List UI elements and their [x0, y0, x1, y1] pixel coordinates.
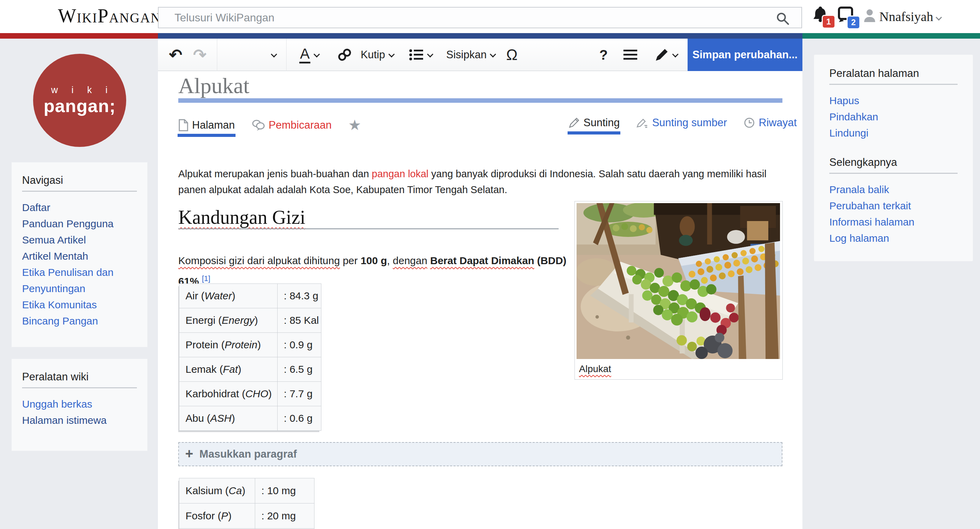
text-segment: Komposisi gizi dari alpukat dihitung — [178, 255, 340, 266]
sidebar-link[interactable]: Panduan Pengguna — [22, 215, 137, 232]
editor-toolbar: ↶ ↷ A Kutip Sisipkan — [158, 38, 802, 71]
sidebar-link[interactable]: Daftar — [22, 199, 137, 215]
search-icon[interactable] — [776, 12, 790, 27]
page-icon — [178, 119, 189, 131]
nutrient-label-cell[interactable]: Protein (Protein) — [179, 333, 278, 357]
special-character-button[interactable]: Ω — [506, 38, 518, 71]
nutrient-label-cell[interactable]: Fosfor (P) — [179, 504, 255, 529]
search-input[interactable] — [174, 10, 761, 25]
toolbar-separator — [217, 38, 217, 71]
paragraph-format-dropdown[interactable] — [227, 38, 286, 71]
watch-star-icon[interactable]: ★ — [348, 116, 361, 139]
nutrient-value-cell[interactable]: : 0.9 g — [278, 333, 321, 357]
link-icon — [336, 47, 353, 63]
link-button[interactable] — [336, 38, 353, 71]
wiki-logo[interactable]: w i k i pangan; — [33, 54, 126, 147]
sidebar-link[interactable]: Unggah berkas — [22, 396, 137, 412]
list-format-dropdown[interactable] — [409, 38, 433, 71]
page-title: Alpukat — [178, 73, 249, 99]
red-link[interactable]: pangan lokal — [372, 168, 428, 179]
title-divider-bar — [178, 98, 783, 103]
sidebar-link[interactable]: Log halaman — [829, 230, 958, 246]
messages-count-badge[interactable]: 2 — [848, 16, 859, 28]
article-figure[interactable]: Alpukat — [574, 201, 783, 380]
alerts-count-badge[interactable]: 1 — [823, 16, 834, 27]
help-button[interactable]: ? — [599, 38, 608, 71]
article-image[interactable] — [577, 203, 780, 359]
nutrient-label-cell[interactable]: Lemak (Fat) — [179, 357, 278, 382]
insert-paragraph-button[interactable]: + Masukkan paragraf — [178, 442, 783, 466]
nutrition-table-minerals[interactable]: Kalsium (Ca): 10 mgFosfor (P): 20 mg — [179, 478, 315, 529]
reference-link[interactable]: [1] — [202, 274, 210, 283]
sidebar-link[interactable]: Pranala balik — [829, 182, 958, 198]
undo-button[interactable]: ↶ — [169, 38, 182, 71]
tab-halaman[interactable]: Halaman — [178, 119, 235, 137]
bullet-list-icon — [409, 48, 424, 62]
panel-section-title: Navigasi — [22, 174, 137, 191]
nutrient-value-cell[interactable]: : 7.7 g — [278, 382, 321, 406]
nutrient-label-cell[interactable]: Energi (Energy) — [179, 308, 278, 333]
divider — [22, 387, 137, 388]
user-avatar-icon — [863, 8, 877, 25]
username-menu[interactable]: Nnafsiyah — [879, 9, 933, 24]
redo-button[interactable]: ↷ — [193, 38, 207, 71]
nutrient-value-cell[interactable]: : 10 mg — [255, 478, 315, 504]
sidebar-link[interactable]: Pindahkan — [829, 108, 958, 125]
chevron-down-icon — [388, 51, 395, 57]
sidebar-link[interactable]: Halaman istimewa — [22, 412, 137, 428]
wikipangan-editor-page: WikiPangan 1 2 — [0, 0, 980, 529]
chevron-down-icon — [427, 51, 433, 57]
nutrition-table-macro[interactable]: Air (Water): 84.3 gEnergi (Energy): 85 K… — [179, 284, 321, 431]
text-segment: Berat Dapat Dimakan — [430, 255, 534, 266]
save-changes-button[interactable]: Simpan perubahan... — [687, 38, 802, 71]
sidebar-link[interactable]: Artikel Mentah — [22, 248, 137, 264]
panel-section-title: Peralatan halaman — [829, 67, 958, 84]
user-menu-chevron-icon[interactable] — [935, 14, 942, 20]
sidebar-link[interactable]: Etika Komunitas — [22, 296, 137, 313]
sidebar-link[interactable]: Hapus — [829, 92, 958, 108]
wiki-logo-text-top: w i k i — [51, 85, 113, 96]
nutrient-label-cell[interactable]: Kalsium (Ca) — [179, 478, 255, 504]
history-clock-icon — [743, 117, 755, 129]
navigation-links: DaftarPanduan PenggunaSemua ArtikelArtik… — [22, 199, 137, 329]
text-segment — [534, 255, 537, 266]
text-segment: Alpukat merupakan jenis buah-buahan dan — [178, 168, 372, 179]
tab-sunting-sumber[interactable]: Sunting sumber — [636, 116, 727, 134]
divider — [22, 191, 137, 192]
nutrient-label-cell[interactable]: Air (Water) — [179, 284, 278, 308]
editing-mode-switch[interactable] — [654, 38, 678, 71]
redo-icon: ↷ — [193, 46, 207, 64]
sidebar-link[interactable]: Bincang Pangan — [22, 313, 137, 329]
search-box — [158, 7, 802, 28]
nutrition-row: Abu (ASH): 0.6 g — [179, 406, 321, 431]
panel-section-title: Selengkapnya — [829, 156, 958, 173]
intro-paragraph[interactable]: Alpukat merupakan jenis buah-buahan dan … — [178, 166, 785, 198]
nutrient-value-cell[interactable]: : 84.3 g — [278, 284, 321, 308]
sidebar-link[interactable]: Lindungi — [829, 125, 958, 141]
wiki-logo-text-bottom: pangan; — [43, 96, 116, 116]
sidebar-link[interactable]: Semua Artikel — [22, 232, 137, 248]
nutrient-value-cell[interactable]: : 0.6 g — [278, 406, 321, 431]
sidebar-link[interactable]: Perubahan terkait — [829, 198, 958, 214]
plus-icon: + — [185, 446, 193, 461]
nutrient-label-cell[interactable]: Karbohidrat (CHO) — [179, 382, 278, 406]
navigation-panel: Navigasi DaftarPanduan PenggunaSemua Art… — [11, 162, 148, 347]
nutrient-label-cell[interactable]: Abu (ASH) — [179, 406, 278, 431]
tab-sunting[interactable]: Sunting — [568, 116, 620, 134]
tab-pembicaraan[interactable]: Pembicaraan — [251, 119, 332, 137]
insert-dropdown[interactable]: Sisipkan — [446, 38, 495, 71]
nutrient-value-cell[interactable]: : 20 mg — [255, 504, 315, 529]
header: WikiPangan 1 2 — [0, 0, 980, 33]
sidebar-link[interactable]: Informasi halaman — [829, 214, 958, 230]
site-logo[interactable]: WikiPangan — [58, 5, 161, 27]
talk-bubbles-icon — [251, 120, 265, 131]
topbar-blue-segment — [158, 33, 802, 38]
text-segment: 100 g — [361, 255, 387, 266]
sidebar-link[interactable]: Etika Penulisan dan Penyuntingan — [22, 264, 137, 296]
cite-dropdown[interactable]: Kutip — [361, 38, 394, 71]
nutrient-value-cell[interactable]: : 85 Kal — [278, 308, 321, 333]
nutrient-value-cell[interactable]: : 6.5 g — [278, 357, 321, 382]
tab-riwayat[interactable]: Riwayat — [743, 116, 797, 134]
text-style-button[interactable]: A — [299, 38, 319, 71]
page-options-button[interactable] — [623, 38, 638, 71]
